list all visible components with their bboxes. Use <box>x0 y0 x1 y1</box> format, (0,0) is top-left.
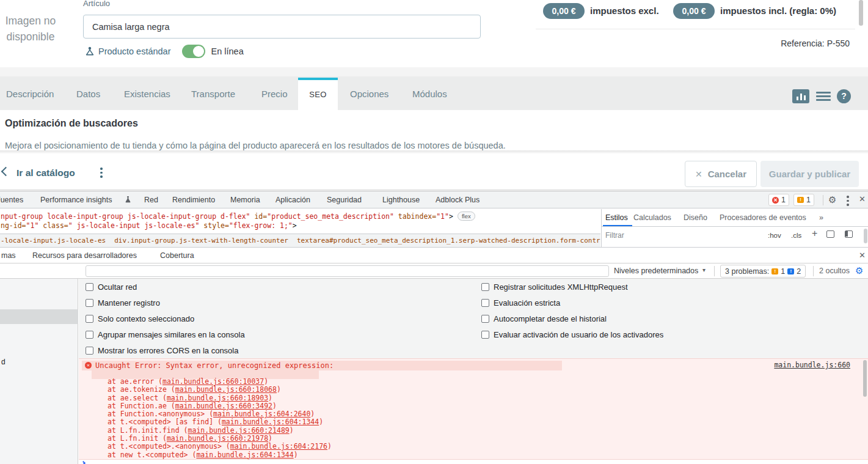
elements-code-area[interactable]: nput-group locale-input-group js-locale-… <box>0 209 600 234</box>
source-link[interactable]: main.bundle.js:660:21978 <box>167 434 268 443</box>
checkbox-ocultar-red[interactable]: Ocultar red <box>86 282 137 292</box>
article-label: Artículo <box>83 0 110 8</box>
error-stack-trace: at ae.error (main.bundle.js:660:10037) a… <box>108 378 332 459</box>
checkbox-autocompletar-historial[interactable]: Autocompletar desde el historial <box>481 314 607 323</box>
devtools-menu-kebab-icon[interactable] <box>847 196 849 208</box>
console-filter-input[interactable] <box>86 265 609 277</box>
tab-datos[interactable]: Datos <box>76 89 100 99</box>
checkbox[interactable] <box>86 347 93 355</box>
styles-tab-calculados[interactable]: Calculados <box>633 213 671 222</box>
sidebar-item-label: d <box>1 358 5 366</box>
help-icon[interactable]: ? <box>837 89 851 103</box>
devtools-tab-aplicacion[interactable]: Aplicación <box>275 196 310 204</box>
devtools-tab-lighthouse[interactable]: Lighthouse <box>382 196 420 204</box>
source-link[interactable]: main.bundle.js:604:2176 <box>230 442 327 451</box>
console-errors-badge[interactable]: ✕ 1 <box>768 194 789 206</box>
checkbox[interactable] <box>481 299 489 307</box>
info-icon: ! <box>787 268 794 274</box>
drawer-close-icon[interactable]: ✕ <box>859 251 866 260</box>
devtools-settings-gear-icon[interactable]: ⚙ <box>828 194 836 205</box>
error-source-link[interactable]: main.bundle.js:660 <box>774 361 850 369</box>
rendering-emulation-icon[interactable] <box>826 230 834 238</box>
checkbox[interactable] <box>86 315 93 323</box>
save-publish-button[interactable]: Guardar y publicar <box>760 161 859 187</box>
online-toggle[interactable] <box>182 45 205 58</box>
styles-tab-procesadores[interactable]: Procesadores de eventos <box>720 213 806 222</box>
source-link[interactable]: main.bundle.js:660:18903 <box>167 394 268 402</box>
devtools-tab-rendimiento[interactable]: Rendimiento <box>172 196 215 204</box>
checkbox-agrupar-mensajes[interactable]: Agrupar mensajes similares en la consola <box>86 330 245 339</box>
styles-tab-overflow[interactable]: » <box>819 213 823 222</box>
checkbox[interactable] <box>86 299 93 307</box>
source-link[interactable]: main.bundle.js:604:2640 <box>213 410 310 418</box>
tab-modulos[interactable]: Módulos <box>412 89 447 99</box>
tab-seo-active[interactable]: SEO <box>298 78 338 110</box>
back-to-catalog-link[interactable]: Ir al catálogo <box>16 168 75 179</box>
console-settings-gear-icon[interactable]: ⚙ <box>855 265 863 276</box>
drawer-tab-cobertura[interactable]: Cobertura <box>160 251 194 260</box>
styles-tab-diseno[interactable]: Diseño <box>684 213 707 222</box>
log-levels-dropdown[interactable]: Niveles predeterminados <box>614 267 698 275</box>
class-toggle-button[interactable]: .cls <box>791 232 801 239</box>
issues-badge[interactable]: ! 1 <box>793 194 814 206</box>
source-link[interactable]: main.bundle.js:660:21489 <box>188 426 290 435</box>
checkbox[interactable] <box>86 331 93 339</box>
source-link[interactable]: main.bundle.js:604:1344 <box>222 418 319 426</box>
checkbox[interactable] <box>86 283 93 291</box>
sidebar-selected-item[interactable] <box>0 309 78 324</box>
styles-tab-estilos[interactable]: Estilos <box>605 213 628 222</box>
checkbox[interactable] <box>481 283 489 291</box>
checkbox-errores-cors[interactable]: Mostrar los errores CORS en la consola <box>86 346 238 355</box>
checkbox[interactable] <box>481 331 489 339</box>
tab-precio[interactable]: Precio <box>261 89 288 99</box>
article-name-input[interactable] <box>83 15 481 39</box>
console-prompt-row[interactable] <box>79 460 868 464</box>
tab-transporte[interactable]: Transporte <box>191 89 235 99</box>
console-sidebar: d <box>0 279 78 464</box>
styles-filter-input[interactable] <box>605 229 758 241</box>
checkbox-registrar-xhr[interactable]: Registrar solicitudes XMLHttpRequest <box>481 282 628 292</box>
flex-badge[interactable]: flex <box>458 212 475 221</box>
seo-panel-subtitle: Mejora el posicionamiento de tu tienda y… <box>5 141 506 150</box>
stats-icon[interactable] <box>792 89 809 103</box>
issues-counter[interactable]: 3 problemas: ! 1 ! 2 <box>720 265 806 278</box>
checkbox-mantener-registro[interactable]: Mantener registro <box>86 298 160 307</box>
header-divider <box>536 29 855 29</box>
page-scrollbar-thumb[interactable] <box>859 0 863 26</box>
tab-opciones[interactable]: Opciones <box>350 89 388 99</box>
checkbox-solo-contexto[interactable]: Solo contexto seleccionado <box>86 314 194 323</box>
panel-layout-icon[interactable] <box>845 230 853 238</box>
checkbox-evaluacion-estricta[interactable]: Evaluación estricta <box>481 298 560 307</box>
breadcrumb-item[interactable]: div.input-group.js-text-with-length-coun… <box>114 237 288 245</box>
cancel-button[interactable]: ✕ Cancelar <box>685 161 757 187</box>
devtools-tab-adblock-plus[interactable]: Adblock Plus <box>436 196 480 204</box>
list-icon[interactable] <box>816 92 831 103</box>
source-link[interactable]: main.bundle.js:660:10037 <box>162 377 264 386</box>
tab-existencias[interactable]: Existencias <box>124 89 170 99</box>
devtools-tab-seguridad[interactable]: Seguridad <box>327 196 362 204</box>
new-style-rule-button[interactable]: + <box>812 228 817 239</box>
checkbox[interactable] <box>481 315 489 323</box>
drawer-tab-problemas[interactable]: mas <box>1 251 16 260</box>
product-tabs-region: Descripción Datos Existencias Transporte… <box>0 67 868 110</box>
devtools-tab-fuentes[interactable]: Fuentes <box>0 196 23 204</box>
devtools-close-icon[interactable]: ✕ <box>859 194 866 204</box>
console-scrollbar-thumb[interactable] <box>863 360 867 397</box>
drawer-tab-recursos[interactable]: Recursos para desarrolladores <box>32 251 137 260</box>
breadcrumb-item[interactable]: -locale-input.js-locale-es <box>1 237 106 245</box>
source-link[interactable]: main.bundle.js:660:18068 <box>175 385 277 394</box>
devtools-tab-memoria[interactable]: Memoria <box>230 196 260 204</box>
error-message-text: Uncaught Error: Syntax error, unrecogniz… <box>95 361 334 370</box>
styles-scrollbar-thumb[interactable] <box>864 229 867 243</box>
more-actions-icon[interactable] <box>100 168 103 180</box>
breadcrumb-item[interactable]: textarea#product_seo_meta_description_1.… <box>297 237 600 245</box>
tab-descripcion[interactable]: Descripción <box>6 89 54 99</box>
console-error-message: ✕ Uncaught Error: Syntax error, unrecogn… <box>79 358 868 460</box>
devtools-tab-red[interactable]: Red <box>144 196 158 204</box>
back-chevron-icon[interactable] <box>1 167 11 177</box>
devtools-tab-performance-insights[interactable]: Performance insights <box>40 196 112 204</box>
checkbox-evaluar-activacion[interactable]: Evaluar activación de usuario de los act… <box>481 330 663 339</box>
hover-state-button[interactable]: :hov <box>768 232 781 239</box>
source-link[interactable]: main.bundle.js:604:1344 <box>196 451 293 459</box>
source-link[interactable]: main.bundle.js:660:3492 <box>175 402 272 410</box>
